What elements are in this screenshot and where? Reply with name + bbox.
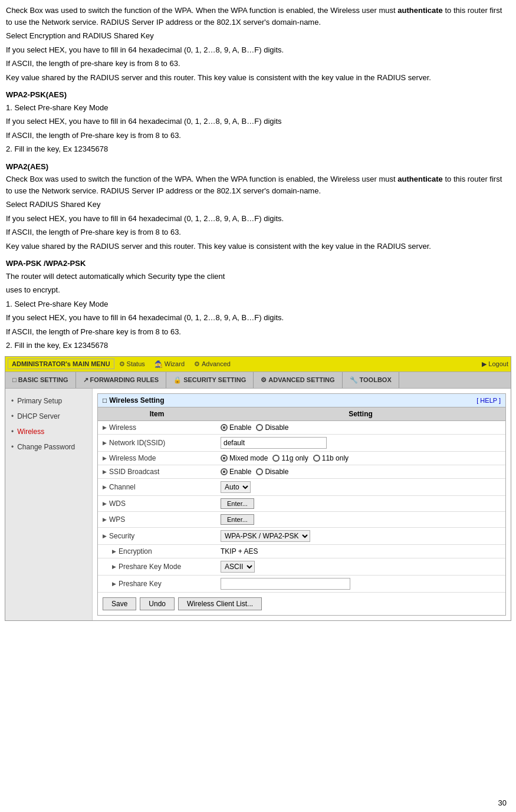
wireless-mode-setting-cell: Mixed mode 11g only 11b only xyxy=(216,451,505,465)
sidebar-dhcp-label: DHCP Server xyxy=(17,412,60,420)
wpa2aes-hex: If you select HEX, you have to fill in 6… xyxy=(6,213,510,225)
column-item: Item xyxy=(98,407,216,421)
ssid-broadcast-enable-filled xyxy=(221,468,228,475)
wps-label-cell: WPS xyxy=(98,511,216,527)
wpa2aes-check: Check Box was used to switch the functio… xyxy=(6,173,510,196)
11b-radio-empty xyxy=(313,455,320,462)
sidebar-item-dhcp-server[interactable]: DHCP Server xyxy=(5,409,92,424)
nav-forwarding-rules[interactable]: ↗ FORWARDING RULES xyxy=(76,372,167,388)
wireless-enable-text: Enable xyxy=(229,423,251,432)
nav-advanced-label: Advanced xyxy=(202,360,231,367)
ssid-row-label-cell: Network ID(SSID) xyxy=(98,434,216,451)
column-setting: Setting xyxy=(216,407,505,421)
help-link[interactable]: [ HELP ] xyxy=(476,397,501,404)
nav-status-label: Status xyxy=(127,360,145,367)
text-content-area: Check Box was used to switch the functio… xyxy=(0,0,516,356)
table-row: Channel Auto xyxy=(98,478,505,495)
save-button[interactable]: Save xyxy=(103,597,136,610)
wireless-enable-radio-filled xyxy=(221,424,228,431)
wireless-disable-text: Disable xyxy=(265,423,288,432)
11g-radio-empty xyxy=(272,455,280,462)
wds-setting-cell: Enter... xyxy=(216,495,505,511)
encryption-label: Encryption xyxy=(103,547,211,555)
table-row: Preshare Key Mode ASCII xyxy=(98,558,505,575)
forwarding-label: FORWARDING RULES xyxy=(90,376,159,383)
wds-enter-button[interactable]: Enter... xyxy=(221,498,254,509)
logout-label: Logout xyxy=(488,360,508,367)
top-nav-logo: ADMINISTRATOR's MAIN MENU xyxy=(8,359,114,369)
top-nav-items: ⚙ Status 🧙 Wizard ⚙ Advanced xyxy=(119,360,482,368)
logout-button[interactable]: ▶ Logout xyxy=(482,360,508,368)
channel-label: Channel xyxy=(103,483,211,491)
table-row: Wireless Mode Mixed mode xyxy=(98,451,505,465)
preshare-key-label-cell: Preshare Key xyxy=(98,575,216,592)
wireless-enable-label[interactable]: Enable xyxy=(221,423,251,432)
sidebar-item-primary-setup[interactable]: Primary Setup xyxy=(5,393,92,409)
para-wpa-check: Check Box was used to switch the functio… xyxy=(6,5,510,28)
ssid-broadcast-disable-label[interactable]: Disable xyxy=(256,468,288,476)
nav-security-setting[interactable]: 🔒 SECURITY SETTING xyxy=(166,372,254,388)
wps-enter-button[interactable]: Enter... xyxy=(221,514,254,525)
sidebar-wireless-label: Wireless xyxy=(17,428,44,436)
11b-only-label[interactable]: 11b only xyxy=(313,454,349,462)
top-nav: ADMINISTRATOR's MAIN MENU ⚙ Status 🧙 Wiz… xyxy=(5,357,511,372)
wireless-client-list-button[interactable]: Wireless Client List... xyxy=(178,597,262,610)
toolbox-icon: 🔧 xyxy=(350,376,358,384)
security-row-label: Security xyxy=(103,532,211,540)
encryption-value: TKIP + AES xyxy=(221,547,258,555)
preshare-mode-select[interactable]: ASCII xyxy=(221,561,255,573)
status-icon: ⚙ xyxy=(119,360,125,368)
sidebar-item-wireless[interactable]: Wireless xyxy=(5,424,92,439)
11g-only-label[interactable]: 11g only xyxy=(272,454,308,462)
sidebar-item-change-password[interactable]: Change Password xyxy=(5,439,92,455)
router-ui: ADMINISTRATOR's MAIN MENU ⚙ Status 🧙 Wiz… xyxy=(5,356,511,621)
para-select-encryption: Select Encryption and RADIUS Shared Key xyxy=(6,30,510,42)
sidebar-primary-label: Primary Setup xyxy=(17,397,62,405)
mixed-mode-label[interactable]: Mixed mode xyxy=(221,454,268,462)
wireless-disable-label[interactable]: Disable xyxy=(256,423,288,432)
main-layout: Primary Setup DHCP Server Wireless Chang… xyxy=(5,389,511,620)
wps-setting-cell: Enter... xyxy=(216,511,505,527)
wireless-setting-title-text: Wireless Setting xyxy=(109,396,164,405)
table-row: WPS Enter... xyxy=(98,511,505,527)
ssid-broadcast-disable-text: Disable xyxy=(265,468,288,476)
wpapsk-hex: If you select HEX, you have to fill in 6… xyxy=(6,312,510,324)
security-select[interactable]: WPA-PSK / WPA2-PSK xyxy=(221,530,310,542)
advanced-setting-label: ADVANCED SETTING xyxy=(268,376,334,383)
ssid-input[interactable] xyxy=(221,437,327,449)
wpa2psk-step1: 1. Select Pre-share Key Mode xyxy=(6,102,510,114)
table-row: Network ID(SSID) xyxy=(98,434,505,451)
para-key-value: Key value shared by the RADIUS server an… xyxy=(6,72,510,84)
wizard-icon: 🧙 xyxy=(155,360,163,368)
ssid-broadcast-enable-label[interactable]: Enable xyxy=(221,468,251,476)
channel-select[interactable]: Auto xyxy=(221,481,251,493)
wireless-label: Wireless xyxy=(103,423,211,432)
setting-box-title: □ Wireless Setting xyxy=(103,396,165,405)
nav-toolbox[interactable]: 🔧 TOOLBOX xyxy=(343,372,399,388)
security-label: SECURITY SETTING xyxy=(183,376,246,383)
security-label-cell: Security xyxy=(98,527,216,544)
basic-setting-icon: □ xyxy=(12,376,17,383)
ssid-broadcast-label-cell: SSID Broadcast xyxy=(98,465,216,478)
wpapsk-uses: uses to encrypt. xyxy=(6,284,510,296)
preshare-mode-label-cell: Preshare Key Mode xyxy=(98,558,216,575)
nav-status[interactable]: ⚙ Status xyxy=(119,360,145,368)
ssid-broadcast-setting-cell: Enable Disable xyxy=(216,465,505,478)
wireless-setting-box: □ Wireless Setting [ HELP ] Item Setting xyxy=(97,393,506,616)
wireless-mode-radio-group: Mixed mode 11g only 11b only xyxy=(221,454,501,462)
undo-button[interactable]: Undo xyxy=(140,597,175,610)
authenticate-text-2: authenticate xyxy=(397,175,443,183)
page-number: 30 xyxy=(498,798,507,807)
nav-wizard[interactable]: 🧙 Wizard xyxy=(155,360,185,368)
table-row: Encryption TKIP + AES xyxy=(98,544,505,558)
toolbox-label: TOOLBOX xyxy=(360,376,392,383)
nav-advanced-setting[interactable]: ⚙ ADVANCED SETTING xyxy=(254,372,342,388)
settings-table: Item Setting Wireless xyxy=(98,407,505,593)
table-row: SSID Broadcast Enable xyxy=(98,465,505,478)
wpa2aes-ascii: If ASCII, the length of Pre-share key is… xyxy=(6,226,510,238)
ssid-broadcast-radio-group: Enable Disable xyxy=(221,468,501,476)
nav-basic-setting[interactable]: □ BASIC SETTING xyxy=(5,372,76,388)
preshare-key-input[interactable] xyxy=(221,578,350,590)
sidebar-change-password-label: Change Password xyxy=(17,443,75,451)
nav-advanced[interactable]: ⚙ Advanced xyxy=(194,360,231,368)
